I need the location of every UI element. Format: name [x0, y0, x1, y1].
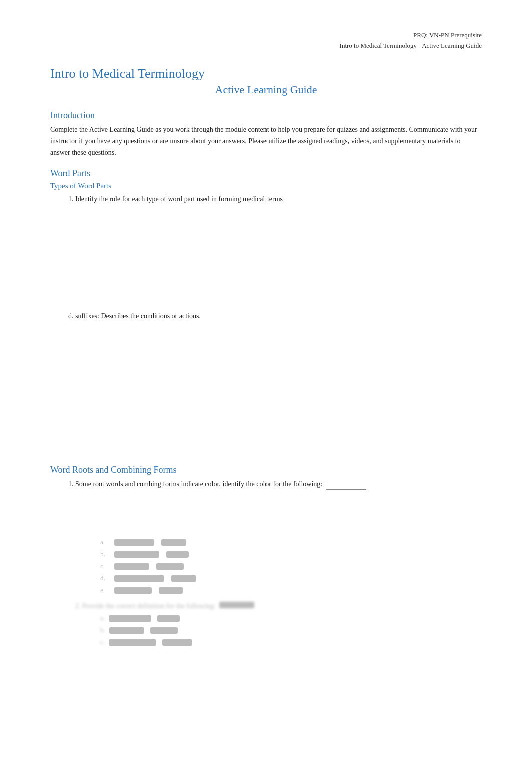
item2-bar-c2 — [162, 639, 192, 646]
color-bar-c — [114, 563, 149, 570]
header-info: PRQ: VN-PN Prerequisite Intro to Medical… — [50, 30, 482, 51]
color-list-blurred: a. b. c. d. e. — [100, 538, 482, 594]
color-item-a: a. — [100, 538, 482, 546]
item2-bar-a2 — [157, 615, 180, 622]
word-parts-section: Word Parts Types of Word Parts Identify … — [50, 168, 482, 205]
answer-line-1 — [326, 489, 366, 490]
color-marker-e: e. — [100, 586, 110, 594]
spacer-color-entries — [50, 493, 482, 533]
item2-bar-b — [109, 627, 144, 634]
color-bar-b — [114, 551, 159, 558]
header-line1: PRQ: VN-PN Prerequisite — [50, 30, 482, 41]
sub-title: Active Learning Guide — [50, 83, 482, 96]
introduction-body: Complete the Active Learning Guide as yo… — [50, 124, 482, 158]
color-bar-c2 — [156, 563, 184, 570]
color-item-b: b. — [100, 550, 482, 558]
item2-text: Provide the correct definition for the f… — [82, 602, 216, 610]
spacer-hidden-items — [50, 210, 482, 310]
color-bar-b2 — [166, 551, 189, 558]
item2-marker-b: b. — [100, 626, 105, 634]
color-marker-d: d. — [100, 574, 110, 582]
main-title: Intro to Medical Terminology — [50, 66, 482, 81]
word-roots-item-1: Some root words and combing forms indica… — [75, 478, 482, 490]
suffix-item-d: suffixes: Describes the conditions or ac… — [75, 310, 482, 322]
color-bar-a — [114, 539, 154, 546]
page: PRQ: VN-PN Prerequisite Intro to Medical… — [0, 0, 532, 782]
item2-marker: 2. — [75, 602, 81, 610]
color-bar-a2 — [161, 539, 186, 546]
item2-marker-c: c. — [100, 638, 105, 646]
introduction-heading: Introduction — [50, 110, 482, 121]
spacer-after-d — [50, 325, 482, 450]
word-roots-item2-sublist: a. b. c. — [100, 614, 482, 646]
color-bar-e — [114, 587, 152, 594]
item2-sub-b: b. — [100, 626, 482, 634]
color-bar-e2 — [159, 587, 183, 594]
word-parts-item-1: Identify the role for each type of word … — [75, 193, 482, 205]
suffix-list: suffixes: Describes the conditions or ac… — [75, 310, 482, 322]
word-roots-item2-blurred: 2. Provide the correct definition for th… — [75, 602, 482, 610]
word-roots-item1-text: Some root words and combing forms indica… — [75, 480, 322, 488]
color-item-d: d. — [100, 574, 482, 582]
item2-marker-a: a. — [100, 614, 105, 622]
color-marker-b: b. — [100, 550, 110, 558]
item2-bar — [219, 602, 254, 608]
item2-bar-c — [109, 639, 156, 646]
color-bar-d2 — [171, 575, 196, 582]
types-heading: Types of Word Parts — [50, 182, 482, 190]
types-of-word-parts: Types of Word Parts Identify the role fo… — [50, 182, 482, 205]
word-roots-heading: Word Roots and Combining Forms — [50, 465, 482, 475]
color-marker-a: a. — [100, 538, 110, 546]
word-parts-list: Identify the role for each type of word … — [75, 193, 482, 205]
item2-sub-c: c. — [100, 638, 482, 646]
word-roots-heading-text: Word Roots and Combining Forms — [50, 465, 177, 475]
word-parts-heading: Word Parts — [50, 168, 482, 179]
word-roots-section: Word Roots and Combining Forms Some root… — [50, 465, 482, 646]
item2-sub-a: a. — [100, 614, 482, 622]
color-item-c: c. — [100, 562, 482, 570]
color-bar-d — [114, 575, 164, 582]
word-roots-list: Some root words and combing forms indica… — [75, 478, 482, 490]
introduction-section: Introduction Complete the Active Learnin… — [50, 110, 482, 158]
color-marker-c: c. — [100, 562, 110, 570]
item2-bar-b2 — [150, 627, 178, 634]
item2-bar-a — [109, 615, 151, 622]
header-line2: Intro to Medical Terminology - Active Le… — [50, 41, 482, 51]
color-item-e: e. — [100, 586, 482, 594]
